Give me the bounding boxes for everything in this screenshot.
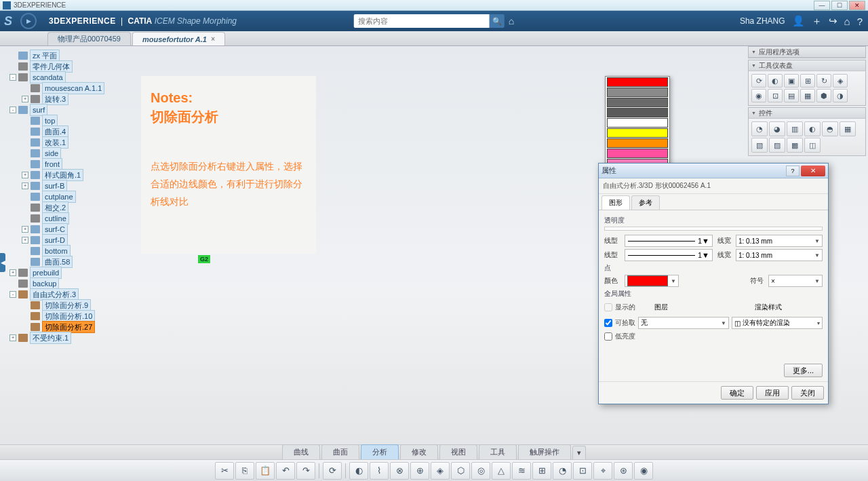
layer-dropdown[interactable]: 无▼ <box>638 317 729 329</box>
ctrl-btn-3[interactable]: ▥ <box>787 121 803 136</box>
tree-row[interactable]: mousescan A.1.1 <box>9 83 104 94</box>
action-update[interactable]: ⟳ <box>323 462 342 480</box>
line-type-dropdown[interactable]: 1▼ <box>625 235 713 247</box>
tree-row[interactable]: +surf-D <box>9 235 104 246</box>
tree-row[interactable]: 曲面.58 <box>9 256 104 267</box>
tree-row[interactable]: top <box>9 115 104 126</box>
action-a2[interactable]: ⌇ <box>370 462 389 480</box>
tree-row[interactable]: 切除面分析.9 <box>9 300 104 311</box>
dialog-titlebar[interactable]: 属性 ? ✕ <box>599 163 828 178</box>
home-icon[interactable]: ⌂ <box>844 16 850 27</box>
panel-header-app-options[interactable]: 应用程序选项 <box>749 47 865 58</box>
tool-btn-9[interactable]: ▤ <box>784 89 799 102</box>
dialog-tab-reference[interactable]: 参考 <box>631 195 660 210</box>
tree-toggle[interactable]: + <box>22 172 28 178</box>
tree-row[interactable]: cutline <box>9 213 104 224</box>
line-type-dropdown-2[interactable]: 1▼ <box>625 249 713 261</box>
checkbox-pickable[interactable]: 可拾取 <box>604 318 635 328</box>
tab-close-icon[interactable]: × <box>211 35 215 43</box>
tree-row[interactable]: +surf-C <box>9 224 104 235</box>
action-a13[interactable]: ⌖ <box>593 462 612 480</box>
ctrl-btn-1[interactable]: ◔ <box>751 121 768 136</box>
tree-toggle[interactable]: + <box>9 334 16 341</box>
tool-btn-12[interactable]: ◑ <box>833 89 848 102</box>
action-a4[interactable]: ⊕ <box>410 462 429 480</box>
action-a9[interactable]: ≋ <box>512 462 531 480</box>
tag-icon[interactable]: ⌂ <box>509 16 514 26</box>
checkbox-show[interactable]: 显示的 <box>604 303 635 312</box>
tree-row[interactable]: bottom <box>9 246 104 256</box>
add-icon[interactable]: ＋ <box>812 15 822 28</box>
tool-btn-11[interactable]: ⬢ <box>816 89 831 102</box>
compass-widget[interactable]: S <box>4 12 42 30</box>
action-a3[interactable]: ⊗ <box>390 462 409 480</box>
tree-row[interactable]: 切除面分析.27 <box>9 322 104 332</box>
color-swatch[interactable] <box>607 88 668 97</box>
document-tab-0[interactable]: 物理产品00070459 <box>47 32 131 45</box>
tool-btn-6[interactable]: ◈ <box>833 74 848 88</box>
ctrl-btn-2[interactable]: ◕ <box>769 121 785 136</box>
dialog-help-button[interactable]: ? <box>786 166 800 176</box>
tree-row[interactable]: cutplane <box>9 191 104 202</box>
user-name[interactable]: Sha ZHANG <box>740 16 785 26</box>
tree-node-label[interactable]: 不受约束.1 <box>30 332 71 344</box>
window-close-button[interactable]: ✕ <box>849 1 865 10</box>
ctrl-btn-7[interactable]: ▧ <box>751 138 768 153</box>
color-dropdown[interactable]: ▼ <box>625 275 679 287</box>
dialog-close-button[interactable]: ✕ <box>801 166 825 176</box>
tree-row[interactable]: +旋转.3 <box>9 94 104 104</box>
tree-row[interactable]: +不受约束.1 <box>9 332 104 343</box>
line-width-dropdown-2[interactable]: 1: 0.13 mm▼ <box>736 249 823 261</box>
ctrl-btn-9[interactable]: ▩ <box>787 138 803 153</box>
action-tab[interactable]: 工具 <box>479 444 517 459</box>
close-button[interactable]: 关闭 <box>791 386 824 400</box>
tool-btn-5[interactable]: ↻ <box>816 74 831 88</box>
action-a6[interactable]: ⬡ <box>451 462 470 480</box>
action-copy[interactable]: ⎘ <box>235 462 254 480</box>
action-paste[interactable]: 📋 <box>256 462 275 480</box>
document-tab-1[interactable]: mousefortutor A.1 × <box>132 32 225 45</box>
window-minimize-button[interactable]: — <box>814 1 830 10</box>
tree-row[interactable]: -surf <box>9 104 104 115</box>
action-tab[interactable]: 视图 <box>439 444 477 459</box>
tree-toggle[interactable]: + <box>9 269 16 276</box>
tree-row[interactable]: -scandata <box>9 72 104 83</box>
color-swatch[interactable] <box>607 108 668 117</box>
tree-row[interactable]: 改装.1 <box>9 137 104 148</box>
tree-toggle[interactable]: + <box>22 237 28 244</box>
action-a11[interactable]: ◔ <box>553 462 572 480</box>
window-maximize-button[interactable]: ☐ <box>831 1 848 10</box>
color-swatch[interactable] <box>607 98 668 107</box>
action-tab[interactable]: 曲面 <box>321 444 359 459</box>
continuity-tag[interactable]: G2 <box>198 255 210 263</box>
action-tab[interactable]: 分析 <box>361 444 399 459</box>
help-icon[interactable]: ? <box>857 16 863 27</box>
compass-play-icon[interactable] <box>20 13 37 29</box>
symbol-dropdown[interactable]: ×▼ <box>768 275 823 287</box>
tool-btn-2[interactable]: ◐ <box>768 74 783 88</box>
properties-dialog[interactable]: 属性 ? ✕ 自由式分析.3/3D 形状00062456 A.1 图形 参考 透… <box>598 163 829 404</box>
action-tab-overflow[interactable]: ▾ <box>572 446 586 459</box>
tree-row[interactable]: 曲面.4 <box>9 126 104 137</box>
dialog-tab-graphic[interactable]: 图形 <box>601 195 630 210</box>
tree-row[interactable]: front <box>9 159 104 170</box>
color-swatch[interactable] <box>607 128 668 138</box>
action-a10[interactable]: ⊞ <box>532 462 551 480</box>
ok-button[interactable]: 确定 <box>721 386 753 400</box>
tool-btn-10[interactable]: ▦ <box>800 89 815 102</box>
tool-btn-4[interactable]: ⊞ <box>800 74 815 88</box>
tree-row[interactable]: +样式圆角.1 <box>9 170 104 180</box>
panel-header-controls[interactable]: 控件 <box>749 108 865 119</box>
dialog-path-field[interactable]: 自由式分析.3/3D 形状00062456 A.1 <box>599 178 828 194</box>
tree-toggle[interactable]: + <box>22 182 28 189</box>
color-swatch[interactable] <box>607 138 668 148</box>
share-icon[interactable]: ↪ <box>829 15 837 27</box>
spec-tree[interactable]: zx 平面零件几何体-scandatamousescan A.1.1+旋转.3-… <box>9 50 104 343</box>
tree-row[interactable]: side <box>9 148 104 159</box>
tool-btn-7[interactable]: ◉ <box>751 89 766 102</box>
tree-row[interactable]: 切除面分析.10 <box>9 311 104 322</box>
search-input[interactable] <box>354 14 490 28</box>
action-tab[interactable]: 触屏操作 <box>518 444 571 459</box>
left-expand-handle[interactable]: ◀ <box>0 253 5 272</box>
action-a15[interactable]: ◉ <box>634 462 653 480</box>
